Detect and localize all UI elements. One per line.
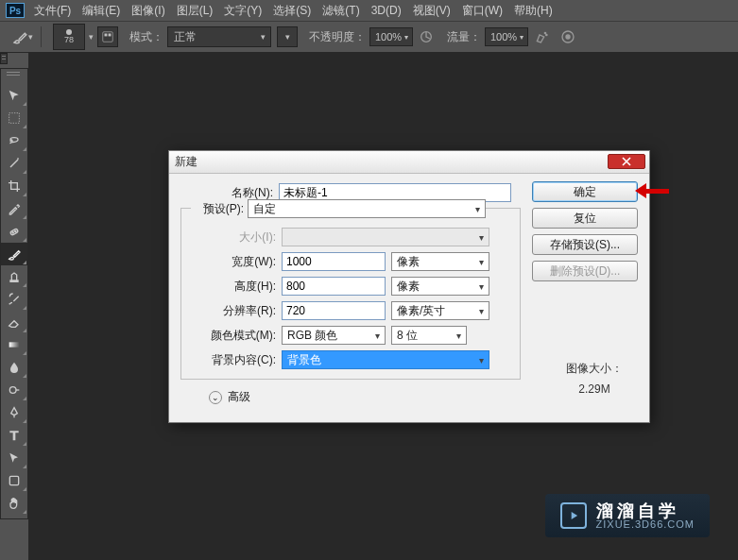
name-label: 名称(N): bbox=[180, 185, 279, 201]
svg-point-13 bbox=[15, 230, 16, 231]
tool-marquee[interactable] bbox=[1, 107, 27, 129]
width-unit-select[interactable]: 像素 bbox=[391, 252, 489, 271]
play-icon bbox=[560, 502, 587, 529]
new-document-dialog: 新建 确定 复位 存储预设(S)... 删除预设(D)... 名称(N): 预设 bbox=[168, 150, 650, 423]
svg-rect-2 bbox=[109, 34, 112, 37]
flow-label: 流量： bbox=[447, 29, 481, 45]
ok-button[interactable]: 确定 bbox=[532, 181, 638, 202]
annotation-arrow bbox=[635, 183, 669, 198]
save-preset-button[interactable]: 存储预设(S)... bbox=[532, 234, 638, 255]
photoshop-window: Ps 文件(F) 编辑(E) 图像(I) 图层(L) 文字(Y) 选择(S) 滤… bbox=[0, 0, 738, 560]
resolution-input[interactable] bbox=[282, 301, 386, 320]
bit-depth-select[interactable]: 8 位 bbox=[391, 326, 467, 345]
menu-edit[interactable]: 编辑(E) bbox=[82, 3, 120, 19]
tool-history-brush[interactable] bbox=[1, 288, 27, 311]
tool-brush[interactable] bbox=[1, 243, 27, 265]
tool-clone-stamp[interactable] bbox=[1, 265, 27, 288]
menu-view[interactable]: 视图(V) bbox=[413, 3, 451, 19]
tool-type[interactable] bbox=[1, 424, 27, 447]
image-size-readout: 图像大小： 2.29M bbox=[566, 361, 623, 396]
color-mode-select[interactable]: RGB 颜色 bbox=[282, 326, 386, 345]
opacity-label: 不透明度： bbox=[309, 29, 366, 45]
brush-preset-picker[interactable]: 78 bbox=[53, 24, 85, 50]
tool-blur[interactable] bbox=[1, 356, 27, 379]
tool-eraser[interactable] bbox=[1, 311, 27, 333]
delete-preset-button: 删除预设(D)... bbox=[532, 261, 638, 281]
blend-mode-label: 模式： bbox=[129, 29, 163, 45]
svg-rect-11 bbox=[10, 229, 19, 235]
pressure-opacity-icon[interactable] bbox=[417, 27, 436, 46]
tool-dodge[interactable] bbox=[1, 379, 27, 401]
toolbox bbox=[0, 68, 28, 519]
height-input[interactable] bbox=[282, 277, 386, 296]
svg-point-15 bbox=[9, 387, 16, 394]
reset-button[interactable]: 复位 bbox=[532, 208, 638, 229]
color-mode-label: 颜色模式(M): bbox=[191, 328, 282, 344]
svg-point-12 bbox=[12, 232, 13, 233]
size-select bbox=[282, 228, 489, 246]
menu-type[interactable]: 文字(Y) bbox=[224, 3, 262, 19]
svg-point-7 bbox=[566, 35, 570, 39]
opacity-input[interactable]: 100% bbox=[369, 27, 413, 46]
height-unit-select[interactable]: 像素 bbox=[391, 277, 489, 296]
brush-tool-icon[interactable] bbox=[9, 26, 30, 47]
preset-label: 预设(P): bbox=[191, 201, 248, 217]
tool-magic-wand[interactable] bbox=[1, 152, 27, 175]
menu-layer[interactable]: 图层(L) bbox=[177, 3, 214, 19]
toolbox-grip[interactable] bbox=[1, 73, 27, 84]
blend-mode-select[interactable]: 正常 bbox=[167, 26, 271, 47]
svg-rect-0 bbox=[103, 32, 113, 42]
svg-rect-16 bbox=[9, 476, 18, 484]
tool-shape[interactable] bbox=[1, 469, 27, 492]
resolution-label: 分辨率(R): bbox=[191, 303, 282, 319]
app-logo: Ps bbox=[6, 3, 25, 18]
width-input[interactable] bbox=[282, 252, 386, 271]
menubar: Ps 文件(F) 编辑(E) 图像(I) 图层(L) 文字(Y) 选择(S) 滤… bbox=[0, 0, 738, 21]
brush-size-value: 78 bbox=[64, 35, 74, 44]
tool-eyedropper[interactable] bbox=[1, 197, 27, 220]
resolution-unit-select[interactable]: 像素/英寸 bbox=[391, 301, 489, 320]
advanced-label: 高级 bbox=[228, 389, 250, 405]
options-bar: ▾ 78 ▾ 模式： 正常 ▾ 不透明度： 100% 流量： 100% bbox=[0, 21, 738, 53]
panel-collapse-grip[interactable] bbox=[0, 53, 8, 64]
tool-gradient[interactable] bbox=[1, 333, 27, 356]
svg-rect-1 bbox=[105, 34, 108, 37]
background-select[interactable]: 背景色 bbox=[282, 350, 489, 369]
svg-rect-14 bbox=[9, 342, 20, 347]
svg-point-5 bbox=[546, 34, 547, 35]
watermark: 溜溜自学 ZIXUE.3D66.COM bbox=[545, 494, 710, 537]
tool-lasso[interactable] bbox=[1, 129, 27, 152]
menu-window[interactable]: 窗口(W) bbox=[462, 3, 503, 19]
tool-path-select[interactable] bbox=[1, 447, 27, 469]
height-label: 高度(H): bbox=[191, 279, 282, 295]
watermark-title: 溜溜自学 bbox=[596, 502, 695, 519]
brush-panel-toggle-icon[interactable] bbox=[97, 26, 118, 47]
menu-image[interactable]: 图像(I) bbox=[131, 3, 164, 19]
preset-select[interactable]: 自定 bbox=[248, 199, 486, 218]
chevron-down-icon: ⌄ bbox=[209, 391, 222, 404]
menu-help[interactable]: 帮助(H) bbox=[514, 3, 553, 19]
airbrush-icon[interactable] bbox=[532, 27, 551, 46]
tool-pen[interactable] bbox=[1, 401, 27, 424]
dialog-title: 新建 bbox=[175, 154, 197, 170]
svg-point-4 bbox=[544, 32, 545, 33]
menu-select[interactable]: 选择(S) bbox=[273, 3, 311, 19]
svg-rect-9 bbox=[7, 75, 20, 76]
size-label: 大小(I): bbox=[191, 229, 282, 246]
menu-3d[interactable]: 3D(D) bbox=[371, 4, 402, 17]
menu-file[interactable]: 文件(F) bbox=[34, 3, 71, 19]
tool-crop[interactable] bbox=[1, 175, 27, 197]
dialog-titlebar[interactable]: 新建 bbox=[169, 151, 649, 174]
dialog-close-button[interactable] bbox=[608, 154, 645, 169]
tool-hand[interactable] bbox=[1, 492, 27, 515]
svg-rect-8 bbox=[7, 72, 20, 73]
watermark-url: ZIXUE.3D66.COM bbox=[596, 519, 695, 530]
pressure-size-icon[interactable] bbox=[558, 27, 577, 46]
tool-healing[interactable] bbox=[1, 220, 27, 243]
flow-input[interactable]: 100% bbox=[485, 27, 528, 46]
menu-filter[interactable]: 滤镜(T) bbox=[322, 3, 359, 19]
background-label: 背景内容(C): bbox=[191, 352, 282, 368]
width-label: 宽度(W): bbox=[191, 254, 282, 270]
tool-move[interactable] bbox=[1, 84, 27, 107]
mode-flyout-icon[interactable]: ▾ bbox=[277, 26, 298, 47]
